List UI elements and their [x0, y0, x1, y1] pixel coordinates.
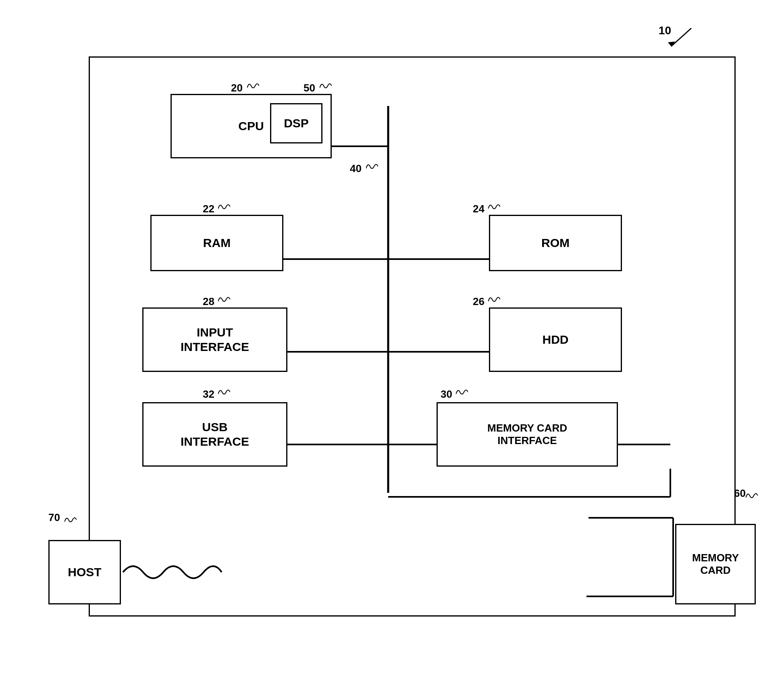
- memory-card-interface-label: MEMORY CARD INTERFACE: [487, 422, 567, 447]
- dsp-box: DSP: [270, 103, 322, 143]
- ref-40: 40: [350, 162, 362, 175]
- ref-26-squiggle: [488, 295, 500, 303]
- rom-label: ROM: [541, 236, 570, 250]
- ref-10-arrow: [663, 26, 695, 50]
- dsp-label: DSP: [284, 116, 309, 131]
- ram-box: RAM: [150, 215, 283, 271]
- cpu-label: CPU: [238, 119, 264, 133]
- ref-20-squiggle: [247, 82, 259, 90]
- ref-32: 32: [203, 388, 214, 401]
- memory-card-label: MEMORY CARD: [692, 552, 739, 577]
- ref-22-squiggle: [218, 203, 230, 211]
- ref-70-squiggle: [64, 516, 77, 524]
- host-usb-connection: [121, 540, 226, 604]
- input-interface-label: INPUT INTERFACE: [181, 325, 249, 354]
- memory-card-box: MEMORY CARD: [675, 524, 756, 604]
- ref-70: 70: [48, 511, 60, 524]
- hdd-box: HDD: [489, 307, 622, 372]
- ref-28: 28: [203, 295, 214, 308]
- ref-60: 60: [734, 487, 746, 500]
- usb-interface-label: USB INTERFACE: [181, 420, 249, 449]
- ref-22: 22: [203, 203, 214, 215]
- host-label: HOST: [68, 565, 101, 579]
- ref-26: 26: [473, 295, 485, 308]
- rom-box: ROM: [489, 215, 622, 271]
- ref-28-squiggle: [218, 295, 230, 303]
- ref-30-squiggle: [456, 388, 468, 396]
- svg-line-0: [671, 28, 691, 46]
- ref-32-squiggle: [218, 388, 230, 396]
- host-box: HOST: [48, 540, 121, 604]
- ref-24: 24: [473, 203, 485, 215]
- mc-interface-to-mc-connection: [586, 484, 675, 604]
- input-interface-box: INPUT INTERFACE: [142, 307, 287, 372]
- ref-20: 20: [231, 82, 243, 94]
- hdd-label: HDD: [543, 332, 569, 347]
- memory-card-interface-box: MEMORY CARD INTERFACE: [437, 402, 618, 467]
- ref-50-squiggle: [320, 82, 332, 90]
- ram-label: RAM: [203, 236, 231, 250]
- ref-30: 30: [441, 388, 452, 401]
- ref-60-squiggle: [746, 492, 758, 500]
- ref-40-squiggle: [366, 162, 378, 170]
- ref-24-squiggle: [488, 203, 500, 211]
- cpu-box: CPU DSP: [171, 94, 332, 158]
- ref-50: 50: [304, 82, 315, 94]
- usb-interface-box: USB INTERFACE: [142, 402, 287, 467]
